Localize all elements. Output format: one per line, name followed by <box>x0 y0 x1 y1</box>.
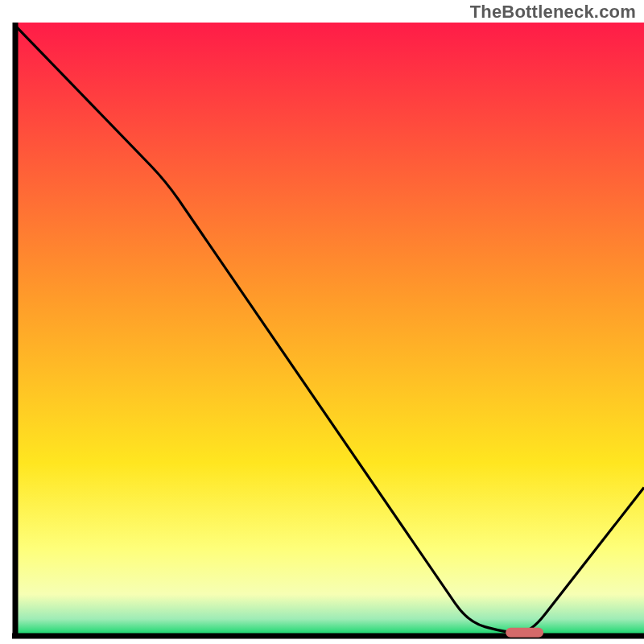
watermark-text: TheBottleneck.com <box>470 2 636 23</box>
bottleneck-chart <box>10 23 644 644</box>
chart-background <box>15 23 644 634</box>
minimum-marker <box>506 628 543 638</box>
